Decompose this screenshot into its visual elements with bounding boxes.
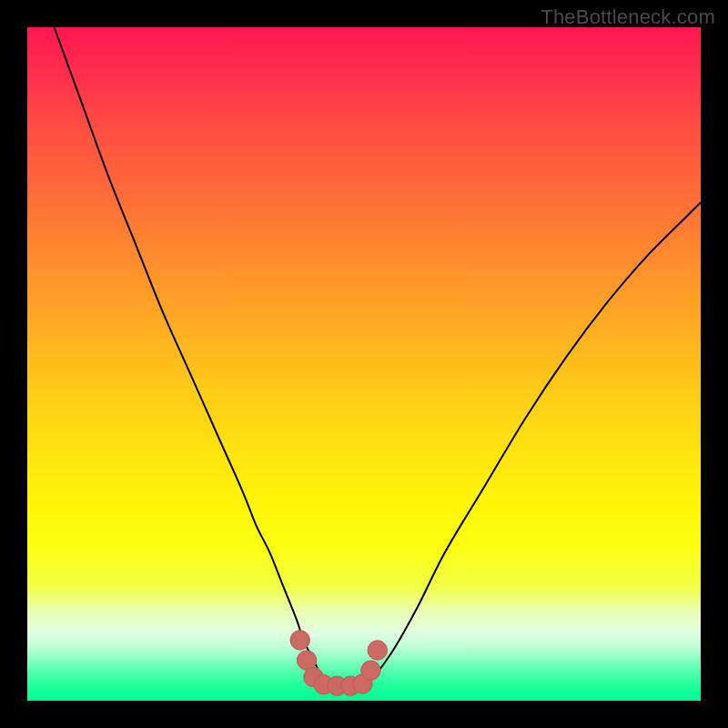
valley-marker xyxy=(368,641,387,660)
watermark-text: TheBottleneck.com xyxy=(541,5,715,29)
chart-frame: TheBottleneck.com xyxy=(0,0,728,728)
curve-layer xyxy=(27,27,701,701)
valley-marker xyxy=(361,661,380,680)
bottleneck-curve xyxy=(55,27,701,690)
valley-marker xyxy=(290,631,309,650)
bottom-markers xyxy=(290,631,388,696)
plot-area xyxy=(27,27,701,701)
